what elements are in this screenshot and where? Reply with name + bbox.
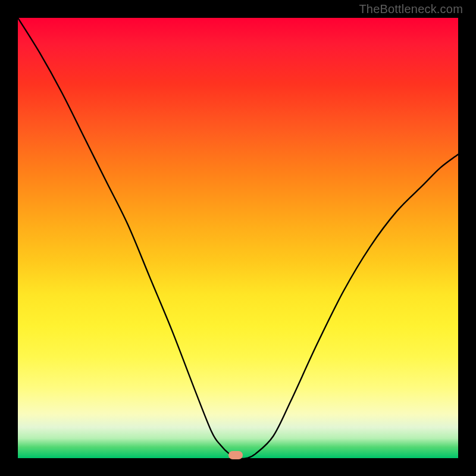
chart-container: TheBottleneck.com [0, 0, 476, 476]
background-gradient [18, 18, 458, 458]
watermark-text: TheBottleneck.com [359, 2, 463, 16]
optimal-marker [228, 451, 243, 459]
plot-area [18, 18, 458, 458]
